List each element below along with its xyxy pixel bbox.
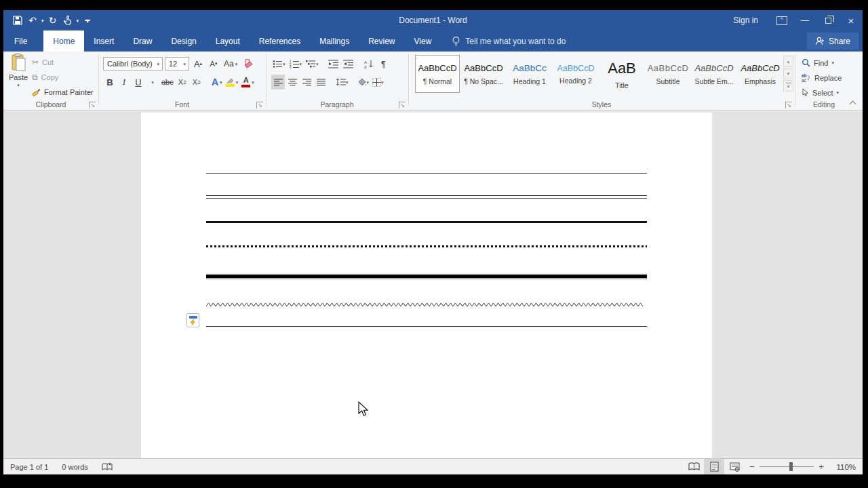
paste-button[interactable]: Paste ▾ bbox=[7, 54, 29, 105]
change-case-button[interactable]: Aa▾ bbox=[222, 56, 239, 71]
font-color-button[interactable]: A ▾ bbox=[240, 75, 256, 89]
sort-button[interactable]: AZ bbox=[362, 56, 376, 71]
styles-gallery-more-icon[interactable]: ▾ bbox=[783, 80, 793, 92]
touch-mode-icon[interactable] bbox=[62, 14, 74, 27]
style-title[interactable]: AaB Title bbox=[599, 55, 644, 93]
tab-mailings[interactable]: Mailings bbox=[310, 30, 359, 52]
multilevel-list-button[interactable]: ▾ bbox=[304, 56, 320, 71]
select-dropdown-icon[interactable]: ▾ bbox=[837, 90, 840, 95]
proofing-book-icon[interactable] bbox=[95, 462, 119, 472]
paragraph-dialog-launcher-icon[interactable]: ↘ bbox=[399, 102, 406, 108]
close-icon[interactable]: × bbox=[840, 10, 863, 30]
grow-font-button[interactable]: A▴ bbox=[191, 56, 205, 71]
subscript-button[interactable]: X2 bbox=[176, 75, 189, 89]
tab-draw[interactable]: Draw bbox=[123, 30, 161, 52]
page-number-status[interactable]: Page 1 of 1 bbox=[3, 463, 55, 471]
numbering-button[interactable]: 123 ▾ bbox=[288, 56, 304, 71]
align-right-button[interactable] bbox=[300, 75, 313, 89]
print-layout-icon[interactable] bbox=[704, 459, 724, 474]
align-left-button[interactable] bbox=[271, 75, 285, 89]
strikethrough-button[interactable]: abc bbox=[160, 75, 175, 89]
format-painter-button[interactable]: Format Painter bbox=[32, 85, 94, 99]
autocorrect-options-button[interactable] bbox=[186, 313, 199, 327]
border-line-double[interactable] bbox=[206, 195, 647, 199]
cut-button[interactable]: ✂ Cut bbox=[32, 55, 54, 69]
increase-indent-button[interactable] bbox=[342, 56, 355, 71]
show-hide-pilcrow-button[interactable]: ¶ bbox=[377, 56, 391, 71]
styles-dialog-launcher-icon[interactable]: ↘ bbox=[785, 102, 792, 108]
ribbon-display-options-icon[interactable]: ˄ bbox=[770, 10, 793, 30]
border-line-thick[interactable] bbox=[206, 221, 647, 223]
web-layout-icon[interactable] bbox=[724, 459, 745, 474]
share-button[interactable]: Share bbox=[807, 33, 859, 49]
zoom-out-button[interactable]: − bbox=[745, 462, 760, 472]
clear-formatting-button[interactable] bbox=[241, 56, 254, 71]
document-page[interactable] bbox=[141, 113, 712, 458]
tab-layout[interactable]: Layout bbox=[206, 30, 250, 52]
bold-button[interactable]: B bbox=[103, 75, 117, 89]
border-line-thin-thick-thin[interactable] bbox=[206, 274, 647, 279]
italic-button[interactable]: I bbox=[117, 75, 131, 89]
border-line-thin[interactable] bbox=[206, 173, 647, 174]
font-size-combobox[interactable]: 12▾ bbox=[165, 57, 189, 70]
select-button[interactable]: Select ▾ bbox=[802, 85, 839, 100]
find-dropdown-icon[interactable]: ▾ bbox=[831, 60, 834, 65]
underline-dropdown-icon[interactable]: ▾ bbox=[146, 75, 159, 89]
clipboard-dialog-launcher-icon[interactable]: ↘ bbox=[89, 102, 96, 108]
undo-dropdown-icon[interactable]: ▾ bbox=[41, 18, 44, 23]
tab-view[interactable]: View bbox=[405, 30, 441, 52]
style-heading-1[interactable]: AaBbCc Heading 1 bbox=[507, 55, 552, 93]
zoom-level[interactable]: 110% bbox=[829, 463, 860, 471]
border-line-thin[interactable] bbox=[206, 326, 647, 327]
align-center-button[interactable] bbox=[285, 75, 299, 89]
borders-button[interactable]: ▾ bbox=[371, 75, 385, 89]
tab-file[interactable]: File bbox=[3, 30, 38, 52]
undo-icon[interactable]: ↶ bbox=[26, 14, 39, 27]
customize-qat-icon[interactable]: ▬▾ bbox=[81, 14, 94, 27]
tab-references[interactable]: References bbox=[250, 30, 310, 52]
replace-button[interactable]: abac Replace bbox=[802, 70, 842, 85]
tab-review[interactable]: Review bbox=[359, 30, 404, 52]
redo-icon[interactable]: ↻ bbox=[47, 14, 59, 27]
save-icon[interactable] bbox=[12, 14, 24, 27]
style-emphasis[interactable]: AaBbCcD Emphasis bbox=[738, 55, 783, 93]
shrink-font-button[interactable]: A▾ bbox=[207, 56, 220, 71]
justify-button[interactable] bbox=[314, 75, 328, 89]
shading-button[interactable]: ▾ bbox=[355, 75, 371, 89]
styles-scroll-down-icon[interactable]: ▾ bbox=[783, 68, 793, 79]
read-mode-icon[interactable] bbox=[684, 459, 704, 474]
style-subtle-emphasis[interactable]: AaBbCcD Subtle Em... bbox=[692, 55, 736, 93]
line-spacing-button[interactable]: ▾ bbox=[334, 75, 350, 89]
style-subtitle[interactable]: AaBbCcD Subtitle bbox=[646, 55, 690, 93]
touch-mode-dropdown-icon[interactable]: ▾ bbox=[77, 18, 79, 23]
tab-insert[interactable]: Insert bbox=[84, 30, 123, 52]
style-normal[interactable]: AaBbCcD ¶ Normal bbox=[415, 55, 460, 93]
copy-button[interactable]: ⧉ Copy bbox=[32, 70, 58, 84]
superscript-button[interactable]: X2 bbox=[190, 75, 203, 89]
font-dialog-launcher-icon[interactable]: ↘ bbox=[256, 102, 263, 108]
zoom-in-button[interactable]: + bbox=[814, 462, 829, 472]
bullets-button[interactable]: ▾ bbox=[271, 56, 287, 71]
tell-me-box[interactable]: Tell me what you want to do bbox=[452, 30, 566, 52]
collapse-ribbon-icon[interactable] bbox=[850, 100, 856, 106]
style-no-spacing[interactable]: AaBbCcD ¶ No Spac... bbox=[461, 55, 506, 93]
font-name-combobox[interactable]: Calibri (Body)▾ bbox=[103, 57, 163, 70]
minimize-icon[interactable]: — bbox=[793, 10, 816, 30]
tab-design[interactable]: Design bbox=[161, 30, 205, 52]
style-heading-2[interactable]: AaBbCcD Heading 2 bbox=[553, 55, 598, 93]
text-effects-button[interactable]: A▾ bbox=[210, 75, 224, 89]
paste-dropdown-icon[interactable]: ▾ bbox=[17, 83, 20, 87]
tab-home[interactable]: Home bbox=[43, 30, 84, 52]
decrease-indent-button[interactable] bbox=[327, 56, 340, 71]
underline-button[interactable]: U bbox=[132, 75, 145, 89]
restore-icon[interactable] bbox=[816, 10, 840, 30]
zoom-slider[interactable] bbox=[760, 459, 814, 474]
sign-in-button[interactable]: Sign in bbox=[721, 16, 770, 25]
border-line-wavy[interactable] bbox=[206, 301, 647, 308]
styles-scroll-up-icon[interactable]: ▴ bbox=[783, 56, 793, 67]
word-count-status[interactable]: 0 words bbox=[55, 463, 95, 471]
find-button[interactable]: Find ▾ bbox=[802, 56, 834, 70]
zoom-slider-thumb[interactable] bbox=[789, 462, 793, 471]
highlight-button[interactable]: ▾ bbox=[224, 75, 240, 89]
border-line-dotted[interactable] bbox=[206, 245, 647, 247]
